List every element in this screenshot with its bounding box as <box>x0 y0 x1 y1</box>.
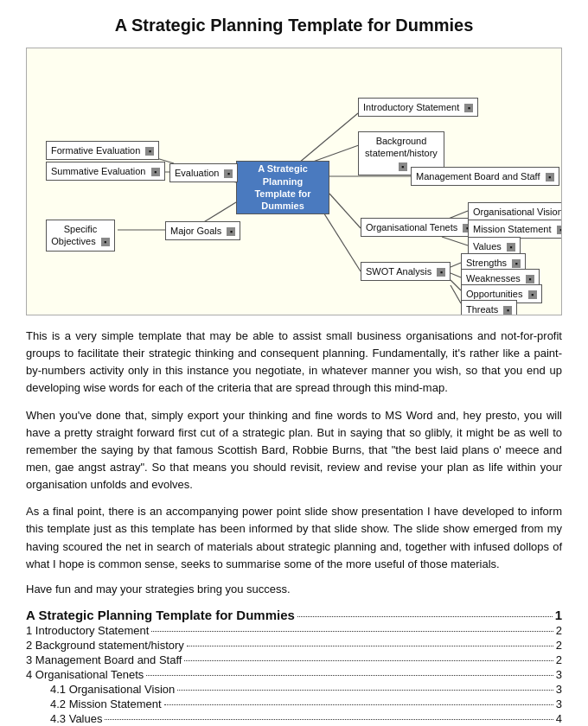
mindmap-diagram: A Strategic Planning Template for Dummie… <box>26 48 562 315</box>
toc-dots <box>146 675 553 676</box>
toc-item: 4.3 Values4 <box>26 712 562 725</box>
mindmap-node-summative: Summative Evaluation ▪ <box>46 162 165 181</box>
paragraph-2: When you've done that, simply export you… <box>26 407 562 494</box>
toc-label: 4.2 Mission Statement <box>50 697 162 710</box>
mindmap-center-node: A Strategic Planning Template for Dummie… <box>236 161 329 214</box>
mindmap-node-orgtenets: Organisational Tenets ▪ <box>361 218 476 237</box>
toc-label: 4.1 Organisational Vision <box>50 683 175 696</box>
mindmap-node-swot: SWOT Analysis ▪ <box>361 262 451 281</box>
toc-page: 3 <box>556 697 562 710</box>
mindmap-node-evaluation: Evaluation ▪ <box>169 163 238 182</box>
toc-page: 2 <box>556 639 562 652</box>
toc-item: 2 Background statement/history2 <box>26 639 562 652</box>
toc-page: 2 <box>556 653 562 666</box>
toc-label: A Strategic Planning Template for Dummie… <box>26 608 295 622</box>
toc-page: 3 <box>556 683 562 696</box>
mindmap-node-management: Management Board and Staff ▪ <box>411 167 559 186</box>
toc-dots <box>151 631 553 632</box>
svg-line-14 <box>451 273 461 277</box>
toc-label: 4.3 Values <box>50 712 102 725</box>
toc-label: 1 Introductory Statement <box>26 624 149 637</box>
svg-line-16 <box>451 285 461 303</box>
toc-item: A Strategic Planning Template for Dummie… <box>26 608 562 622</box>
toc-page: 2 <box>556 624 562 637</box>
mindmap-node-formative: Formative Evaluation ▪ <box>46 141 159 160</box>
toc-label: 4 Organisational Tenets <box>26 668 144 681</box>
toc-item: 4.1 Organisational Vision3 <box>26 683 562 696</box>
paragraph-3: As a final point, there is an accompanyi… <box>26 503 562 573</box>
page-title: A Strategic Planning Template for Dummie… <box>26 16 562 35</box>
toc-item: 4.2 Mission Statement3 <box>26 697 562 710</box>
mindmap-node-introductory: Introductory Statement ▪ <box>358 98 478 117</box>
table-of-contents: A Strategic Planning Template for Dummie… <box>26 608 562 726</box>
mindmap-node-specific: Specific Objectives ▪ <box>46 220 115 252</box>
toc-item: 4 Organisational Tenets3 <box>26 668 562 681</box>
toc-dots <box>105 719 553 720</box>
mindmap-node-threats: Threats ▪ <box>461 300 517 315</box>
toc-dots <box>187 646 553 646</box>
toc-dots <box>177 690 553 691</box>
mindmap-node-mission: Mission Statement ▪ <box>468 220 562 239</box>
paragraph-1: This is a very simple template that may … <box>26 328 562 398</box>
toc-dots <box>297 616 553 617</box>
toc-item: 1 Introductory Statement2 <box>26 624 562 637</box>
svg-line-12 <box>442 237 468 245</box>
svg-line-3 <box>329 194 361 228</box>
toc-dots <box>164 704 553 705</box>
toc-page: 3 <box>556 668 562 681</box>
toc-page: 4 <box>556 712 562 725</box>
svg-line-4 <box>321 208 361 271</box>
toc-label: 3 Management Board and Staff <box>26 653 182 666</box>
svg-line-13 <box>451 263 461 267</box>
toc-label: 2 Background statement/history <box>26 639 184 652</box>
toc-dots <box>184 660 553 661</box>
mindmap-node-majorgoals: Major Goals ▪ <box>165 221 240 240</box>
toc-page: 1 <box>555 608 562 622</box>
toc-item: 3 Management Board and Staff2 <box>26 653 562 666</box>
mindmap-node-orgvision: Organisational Vision ▪ <box>468 202 562 221</box>
fun-line: Have fun and may your strategies bring y… <box>26 583 562 595</box>
